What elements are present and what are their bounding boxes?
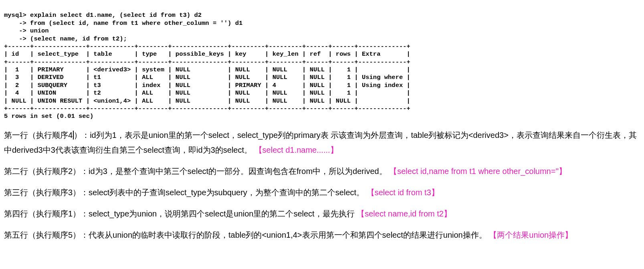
explain-row-4: 第四行（执行顺序1）：select_type为union，说明第四个select… — [4, 206, 640, 221]
sql-line: union — [26, 27, 49, 34]
table-row: | 3 | DERIVED | t1 | ALL | NULL | NULL |… — [4, 74, 410, 81]
explain-row-5: 第五行（执行顺序5）：代表从union的临时表中读取行的阶段，table列的<u… — [4, 228, 640, 243]
explain-row-2: 第二行（执行顺序2）：id为3，是整个查询中第三个select的一部分。因查询包… — [4, 164, 640, 179]
table-header: | id | select_type | table | type | poss… — [4, 51, 410, 58]
sql-prompt: mysql> — [4, 12, 26, 19]
table-border: +------+--------------+------------+----… — [4, 59, 410, 66]
highlight-sql: 【select d1.name......】 — [254, 146, 338, 154]
table-border: +------+--------------+------------+----… — [4, 105, 410, 112]
highlight-sql: 【两个结果union操作】 — [489, 231, 573, 239]
text: 第一行（执行顺序4 — [4, 131, 73, 140]
text: 第三行（执行顺序3）：select列表中的子查询select_type为subq… — [4, 188, 364, 197]
text: 第五行（执行顺序5）：代表从union的临时表中读取行的阶段，table列的<u… — [4, 231, 487, 239]
sql-line: from (select id, name from t1 where othe… — [26, 20, 243, 27]
sql-line: explain select d1.name, (select id from … — [26, 12, 202, 19]
explain-row-1: 第一行（执行顺序4）：id列为1，表示是union里的第一个select，sel… — [4, 128, 640, 158]
sql-line: (select name, id from t2); — [26, 35, 127, 42]
result-footer: 5 rows in set (0.01 sec) — [4, 113, 93, 120]
table-row: | 4 | UNION | t2 | ALL | NULL | NULL | N… — [4, 89, 410, 97]
text: 第二行（执行顺序2）：id为3，是整个查询中第三个select的一部分。因查询包… — [4, 167, 387, 176]
table-row: | 2 | SUBQUERY | t3 | index | NULL | PRI… — [4, 82, 410, 89]
explanation-block: 第一行（执行顺序4）：id列为1，表示是union里的第一个select，sel… — [4, 128, 640, 243]
text: 第四行（执行顺序1）：select_type为union，说明第四个select… — [4, 209, 355, 218]
sql-cont: -> — [4, 20, 26, 27]
sql-cont: -> — [4, 27, 26, 34]
table-border: +------+--------------+------------+----… — [4, 43, 410, 50]
highlight-sql: 【select id,name from t1 where other_colu… — [389, 167, 567, 176]
terminal-output: mysql> explain select d1.name, (select i… — [4, 4, 640, 121]
highlight-sql: 【select id from t3】 — [367, 188, 439, 197]
explain-row-3: 第三行（执行顺序3）：select列表中的子查询select_type为subq… — [4, 185, 640, 200]
highlight-sql: 【select name,id from t2】 — [357, 209, 452, 218]
sql-cont: -> — [4, 35, 26, 42]
table-row: | NULL | UNION RESULT | <union1,4> | ALL… — [4, 97, 410, 105]
table-row: | 1 | PRIMARY | <derived3> | system | NU… — [4, 66, 410, 73]
